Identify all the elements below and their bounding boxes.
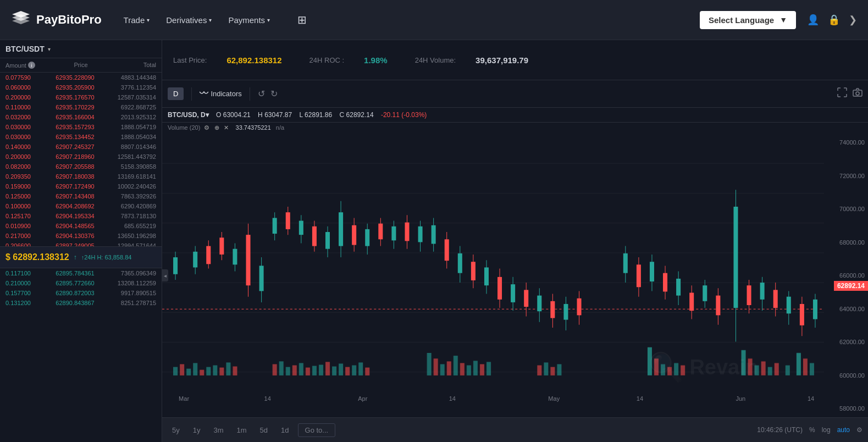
- svg-rect-45: [486, 362, 491, 375]
- ohlcv-c-label: C: [340, 111, 345, 119]
- table-row[interactable]: 0.200000 62935.176570 12587.035314: [0, 92, 162, 102]
- chart-area: D Indicators ↺ ↻: [162, 80, 868, 442]
- nav-derivatives[interactable]: Derivatives ▾: [166, 15, 212, 25]
- vol-expand-icon[interactable]: ⊕: [214, 124, 219, 131]
- table-row[interactable]: 0.200000 62907.218960 12581.443792: [0, 152, 162, 162]
- table-row[interactable]: 0.117100 62895.784361 7365.096349: [0, 268, 162, 278]
- svg-rect-13: [186, 369, 191, 375]
- timerange-3m-button[interactable]: 3m: [209, 424, 228, 437]
- timerange-1y-button[interactable]: 1y: [189, 424, 205, 437]
- table-row[interactable]: 0.077590 62935.228090 4883.144348: [0, 73, 162, 82]
- table-row[interactable]: 0.082000 62907.205588 5158.390858: [0, 162, 162, 172]
- svg-rect-11: [173, 367, 178, 375]
- vol-settings-icon[interactable]: ⚙: [204, 124, 209, 131]
- log-button[interactable]: log: [822, 426, 831, 434]
- ticker-price: $ 62892.138312: [5, 252, 69, 262]
- svg-rect-131: [637, 264, 641, 287]
- svg-rect-95: [365, 229, 369, 246]
- table-row[interactable]: 0.030000 62935.134452 1888.054034: [0, 132, 162, 142]
- svg-rect-32: [345, 367, 350, 375]
- table-row[interactable]: 0.159000 62907.172490 10002.240426: [0, 181, 162, 191]
- svg-text:Jun: Jun: [736, 395, 745, 402]
- goto-button[interactable]: Go to...: [298, 423, 336, 437]
- chart-toolbar: D Indicators ↺ ↻: [162, 80, 868, 108]
- volume-val: 33.74375221: [236, 124, 271, 131]
- nav-derivatives-arrow: ▾: [209, 17, 212, 23]
- nav-payments-arrow: ▾: [267, 17, 270, 23]
- svg-rect-14: [193, 363, 197, 375]
- auto-button[interactable]: auto: [837, 426, 850, 434]
- timeframe-d-button[interactable]: D: [168, 87, 184, 100]
- svg-rect-25: [299, 363, 303, 375]
- fullscreen-button[interactable]: [837, 87, 847, 100]
- percent-button[interactable]: %: [809, 426, 815, 434]
- table-row[interactable]: 0.125170 62904.195334 7873.718130: [0, 211, 162, 221]
- price-tick-58k: 58000.00: [824, 405, 868, 412]
- svg-rect-141: [703, 285, 707, 301]
- table-row[interactable]: 0.030000 62935.157293 1888.054719: [0, 122, 162, 132]
- chart-settings-button[interactable]: ⚙: [856, 426, 863, 434]
- table-row[interactable]: 0.032000 62935.166004 2013.925312: [0, 112, 162, 122]
- svg-rect-101: [405, 223, 409, 241]
- nav-derivatives-label: Derivatives: [166, 15, 207, 25]
- undo-button[interactable]: ↺: [258, 89, 265, 99]
- svg-rect-12: [180, 364, 184, 375]
- nav-trade[interactable]: Trade ▾: [124, 15, 150, 25]
- timerange-5d-button[interactable]: 5d: [256, 424, 272, 437]
- table-row[interactable]: 0.100000 62904.208692 6290.420869: [0, 201, 162, 211]
- vol-close-icon[interactable]: ✕: [224, 124, 229, 131]
- table-row[interactable]: 0.209350 62907.180038 13169.618141: [0, 172, 162, 181]
- svg-rect-69: [193, 252, 197, 268]
- camera-button[interactable]: [853, 87, 863, 100]
- table-row[interactable]: 0.110000 62935.170229 6922.868725: [0, 102, 162, 112]
- table-row[interactable]: 0.217000 62904.130376 13650.196298: [0, 231, 162, 241]
- table-row[interactable]: 0.131200 62890.843867 8251.278715: [0, 298, 162, 308]
- table-row[interactable]: 0.010900 62904.148565 685.655219: [0, 221, 162, 231]
- table-row[interactable]: 0.206600 62897.249005 12994.571644: [0, 241, 162, 246]
- redo-button[interactable]: ↻: [270, 89, 278, 99]
- candles-may: [432, 218, 582, 330]
- ohlcv-h-val: 63047.87: [264, 111, 292, 119]
- right-panel: Last Price: 62,892.138312 24H ROC : 1.98…: [162, 40, 868, 442]
- table-row[interactable]: 0.157700 62890.872003 9917.890515: [0, 288, 162, 298]
- header-icons: 👤 🔒 ❯: [807, 14, 857, 26]
- svg-text:Mar: Mar: [179, 395, 189, 402]
- svg-rect-34: [358, 362, 363, 375]
- table-row[interactable]: 0.060000 62935.205900 3776.112354: [0, 82, 162, 92]
- lang-select-label: Select Language: [709, 15, 774, 25]
- roc-label: 24H ROC :: [309, 56, 345, 64]
- more-icon[interactable]: ❯: [849, 14, 857, 26]
- info-icon: i: [28, 62, 35, 69]
- svg-rect-22: [279, 361, 284, 375]
- vol-value: 39,637,919.79: [476, 56, 528, 65]
- nav-trade-arrow: ▾: [147, 17, 150, 23]
- price-tick-66k: 66000.00: [824, 272, 868, 279]
- pair-header[interactable]: BTC/USDT ▾: [0, 40, 162, 58]
- ohlcv-c-val: 62892.14: [346, 111, 374, 119]
- timerange-1m-button[interactable]: 1m: [233, 424, 251, 437]
- lock-icon[interactable]: 🔒: [828, 14, 840, 26]
- svg-rect-67: [173, 257, 178, 274]
- grid-icon[interactable]: ⊞: [297, 13, 307, 26]
- table-row[interactable]: 0.210000 62895.772660 13208.112259: [0, 278, 162, 288]
- indicators-button[interactable]: Indicators: [200, 90, 241, 98]
- svg-rect-85: [299, 221, 303, 235]
- collapse-left-button[interactable]: ◂: [162, 269, 168, 281]
- svg-rect-77: [246, 235, 251, 285]
- col-amount: Amount i: [5, 62, 56, 69]
- vol-label: 24H Volume:: [415, 56, 456, 64]
- svg-rect-117: [511, 284, 515, 302]
- user-icon[interactable]: 👤: [807, 14, 819, 26]
- current-price-label: 62892.14: [834, 281, 868, 291]
- table-row[interactable]: 0.140000 62907.245327 8807.014346: [0, 142, 162, 152]
- svg-rect-60: [768, 367, 772, 375]
- lang-select[interactable]: Select Language ▼: [700, 11, 796, 29]
- timerange-5y-button[interactable]: 5y: [168, 424, 184, 437]
- timerange-1d-button[interactable]: 1d: [277, 424, 293, 437]
- order-table-header: Amount i Price Total: [0, 58, 162, 73]
- svg-rect-44: [480, 364, 484, 375]
- watermark-text: Revain: [689, 356, 758, 379]
- chart-ohlcv: BTC/USD, D▾ O 63004.21 H 63047.87 L 6289…: [162, 108, 868, 123]
- table-row[interactable]: 0.125000 62907.143408 7863.392926: [0, 191, 162, 201]
- nav-payments[interactable]: Payments ▾: [228, 15, 270, 25]
